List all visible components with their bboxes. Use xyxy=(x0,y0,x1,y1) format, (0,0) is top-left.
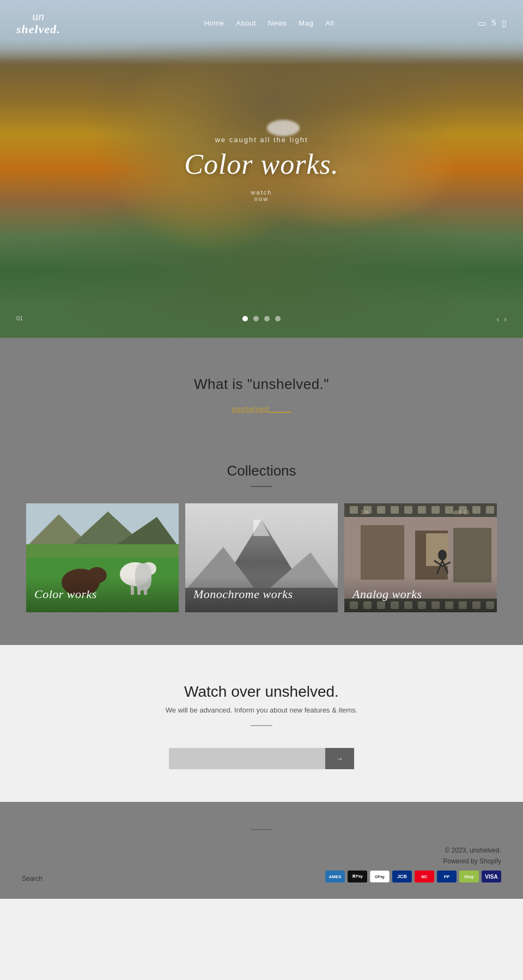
watch-description: We will be advanced. Inform you about ne… xyxy=(22,706,501,714)
collections-grid: Color works xyxy=(22,503,501,612)
hero-counter: 01 xyxy=(16,315,23,321)
svg-rect-30 xyxy=(472,506,481,514)
site-logo[interactable]: un shelved. xyxy=(16,10,60,36)
payment-visa: VISA xyxy=(482,871,501,882)
svg-rect-28 xyxy=(445,506,453,514)
payment-applepay: ⌘Pay xyxy=(348,871,367,882)
svg-rect-31 xyxy=(486,506,494,514)
hero-dot-2[interactable] xyxy=(253,316,259,321)
tablet-icon[interactable]: ▭ xyxy=(478,18,486,28)
footer-search-link[interactable]: Search xyxy=(22,875,42,882)
payment-icons: AMEX ⌘Pay GPay JCB MC PP Shop VISA xyxy=(325,871,501,882)
collection-card-color[interactable]: Color works xyxy=(26,503,179,612)
footer-shopify: Powered by Shopify xyxy=(325,857,501,865)
navigation: un shelved. Home About News Mag All ▭ S … xyxy=(0,0,523,46)
hero-title: Color works. xyxy=(184,148,339,180)
hero-section: we caught all the light Color works. wat… xyxy=(0,0,523,338)
payment-paypal: PP xyxy=(437,871,457,882)
logo-shelved: shelved. xyxy=(16,23,60,36)
subscribe-email-input[interactable] xyxy=(169,748,325,769)
svg-point-39 xyxy=(438,550,447,561)
hero-dot-3[interactable] xyxy=(264,316,270,321)
footer-bottom: Search © 2023, unshelved. Powered by Sho… xyxy=(22,847,501,882)
collection-card-mono[interactable]: Monochrome works xyxy=(185,503,338,612)
hero-prev-arrow[interactable]: ‹ xyxy=(496,314,499,324)
nav-all[interactable]: All xyxy=(325,19,334,27)
nav-about[interactable]: About xyxy=(236,19,256,27)
what-section: What is "unshelved." unshelved_____ xyxy=(0,338,523,452)
footer-divider xyxy=(251,829,272,830)
svg-rect-21 xyxy=(350,506,358,514)
hero-dot-4[interactable] xyxy=(275,316,281,321)
nav-icons: ▭ S ▯ xyxy=(478,18,507,28)
hero-content: we caught all the light Color works. wat… xyxy=(184,136,339,202)
footer-copyright: © 2023, unshelved. xyxy=(325,847,501,854)
svg-rect-38 xyxy=(426,533,448,566)
nav-home[interactable]: Home xyxy=(204,19,224,27)
footer-right: © 2023, unshelved. Powered by Shopify AM… xyxy=(325,847,501,882)
svg-rect-23 xyxy=(377,506,385,514)
collection-label-color: Color works xyxy=(26,576,179,612)
s-icon[interactable]: S xyxy=(491,18,496,28)
svg-rect-37 xyxy=(453,528,491,582)
svg-rect-24 xyxy=(391,506,399,514)
hero-subtitle: we caught all the light xyxy=(184,136,339,144)
hero-next-arrow[interactable]: › xyxy=(504,314,507,324)
collection-card-analog[interactable]: 32A 400 33 xyxy=(344,503,497,612)
footer: Search © 2023, unshelved. Powered by Sho… xyxy=(0,802,523,899)
watch-title: Watch over unshelved. xyxy=(22,683,501,701)
nav-news[interactable]: News xyxy=(268,19,287,27)
logo-un: un xyxy=(16,10,60,23)
watch-section: Watch over unshelved. We will be advance… xyxy=(0,645,523,802)
collections-section: Collections xyxy=(0,452,523,645)
collection-label-analog: Analog works xyxy=(344,576,497,612)
subscribe-button[interactable]: → xyxy=(325,748,355,769)
svg-rect-27 xyxy=(431,506,440,514)
svg-rect-26 xyxy=(418,506,426,514)
collections-title: Collections xyxy=(22,462,501,479)
mobile-icon[interactable]: ▯ xyxy=(502,18,507,28)
nav-mag[interactable]: Mag xyxy=(299,19,313,27)
nav-links: Home About News Mag All xyxy=(204,18,334,28)
collections-divider xyxy=(251,486,272,487)
payment-amex: AMEX xyxy=(325,871,345,882)
hero-watch-label: watch now xyxy=(184,189,339,202)
payment-googlepay: GPay xyxy=(370,871,390,882)
svg-rect-25 xyxy=(404,506,412,514)
hero-dot-1[interactable] xyxy=(242,316,248,321)
what-title: What is "unshelved." xyxy=(22,376,501,393)
watch-divider xyxy=(251,725,272,726)
payment-mastercard: MC xyxy=(415,871,434,882)
payment-shopify: Shop xyxy=(459,871,479,882)
svg-text:400 33: 400 33 xyxy=(453,510,469,515)
what-link[interactable]: unshelved_____ xyxy=(232,405,291,413)
hero-arrows: ‹ › xyxy=(496,314,507,324)
payment-jcb: JCB xyxy=(392,871,412,882)
svg-text:32A: 32A xyxy=(361,510,369,515)
hero-dots xyxy=(242,316,281,321)
svg-rect-35 xyxy=(361,525,404,580)
subscribe-form: → xyxy=(169,748,354,769)
svg-point-7 xyxy=(141,562,156,575)
collection-label-mono: Monochrome works xyxy=(185,576,338,612)
